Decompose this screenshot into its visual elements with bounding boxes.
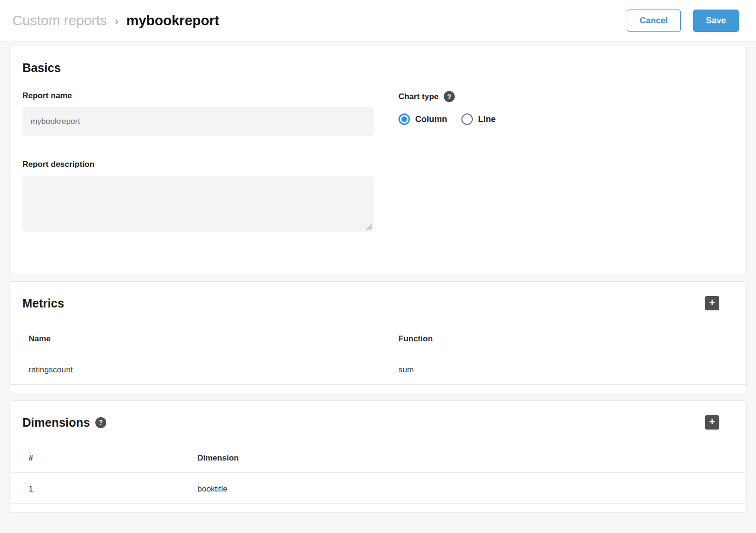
chart-type-option-line-label: Line — [478, 114, 496, 124]
metrics-title: Metrics — [22, 296, 64, 310]
report-description-label: Report description — [22, 160, 374, 169]
metrics-card-header: Metrics + — [10, 282, 746, 310]
dimensions-card-header: Dimensions ? + — [10, 401, 746, 430]
chart-type-label: Chart type — [398, 92, 439, 102]
chart-type-option-line[interactable]: Line — [461, 113, 496, 125]
table-row[interactable]: ratingscount sum — [10, 353, 746, 385]
dimensions-table: # Dimension 1 booktitle — [10, 444, 746, 504]
resize-handle-icon[interactable] — [366, 224, 372, 230]
basics-left-column: Report name Report description — [22, 91, 374, 232]
metrics-card-footer — [10, 385, 746, 393]
dimensions-help-icon[interactable]: ? — [95, 417, 106, 428]
add-metric-button[interactable]: + — [705, 296, 719, 310]
report-name-input[interactable] — [22, 107, 374, 136]
table-row[interactable]: 1 booktitle — [10, 472, 746, 504]
basics-right-column: Chart type ? Column Line — [398, 91, 733, 232]
metrics-table-header-row: Name Function — [10, 325, 746, 353]
chart-type-help-icon[interactable]: ? — [444, 91, 455, 102]
breadcrumb: Custom reports › mybookreport — [12, 13, 219, 29]
cancel-button[interactable]: Cancel — [627, 10, 681, 32]
basics-card: Basics Report name Report description — [10, 46, 746, 274]
metrics-column-name: Name — [10, 325, 398, 353]
add-dimension-button[interactable]: + — [705, 415, 719, 430]
dimension-name-cell: booktitle — [197, 472, 746, 504]
dimension-number-cell: 1 — [10, 472, 197, 504]
breadcrumb-parent[interactable]: Custom reports — [12, 13, 107, 29]
metrics-card: Metrics + Name Function ratingscount sum — [10, 281, 746, 393]
dimensions-title: Dimensions — [22, 415, 90, 430]
report-name-label: Report name — [22, 91, 374, 101]
report-description-field — [22, 176, 374, 232]
chart-type-option-column-label: Column — [415, 114, 447, 124]
chart-type-option-column[interactable]: Column — [398, 113, 447, 125]
chevron-right-icon: › — [114, 13, 119, 29]
chart-type-options: Column Line — [398, 113, 733, 125]
dimensions-card: Dimensions ? + # Dimension 1 booktitle — [10, 400, 746, 512]
dimensions-card-footer — [10, 504, 746, 512]
radio-unselected-icon[interactable] — [461, 113, 473, 125]
report-editor: Basics Report name Report description — [0, 42, 756, 512]
metric-name-cell: ratingscount — [10, 353, 398, 385]
dimensions-column-dimension: Dimension — [197, 444, 746, 472]
dimensions-table-header-row: # Dimension — [10, 444, 746, 472]
breadcrumb-current: mybookreport — [126, 13, 219, 29]
header-actions: Cancel Save — [627, 10, 739, 32]
save-button[interactable]: Save — [693, 10, 739, 32]
plus-icon: + — [709, 297, 715, 308]
basics-title: Basics — [22, 61, 733, 75]
chart-type-header: Chart type ? — [398, 91, 733, 102]
report-description-input[interactable] — [22, 176, 374, 232]
metric-function-cell: sum — [398, 353, 746, 385]
dimensions-title-group: Dimensions ? — [22, 415, 106, 430]
dimensions-column-number: # — [10, 444, 197, 472]
basics-grid: Report name Report description Chart typ… — [22, 91, 733, 232]
plus-icon: + — [709, 417, 715, 427]
top-bar: Custom reports › mybookreport Cancel Sav… — [0, 0, 756, 42]
metrics-column-function: Function — [398, 325, 746, 353]
metrics-table: Name Function ratingscount sum — [10, 325, 746, 385]
radio-selected-icon[interactable] — [398, 113, 410, 125]
